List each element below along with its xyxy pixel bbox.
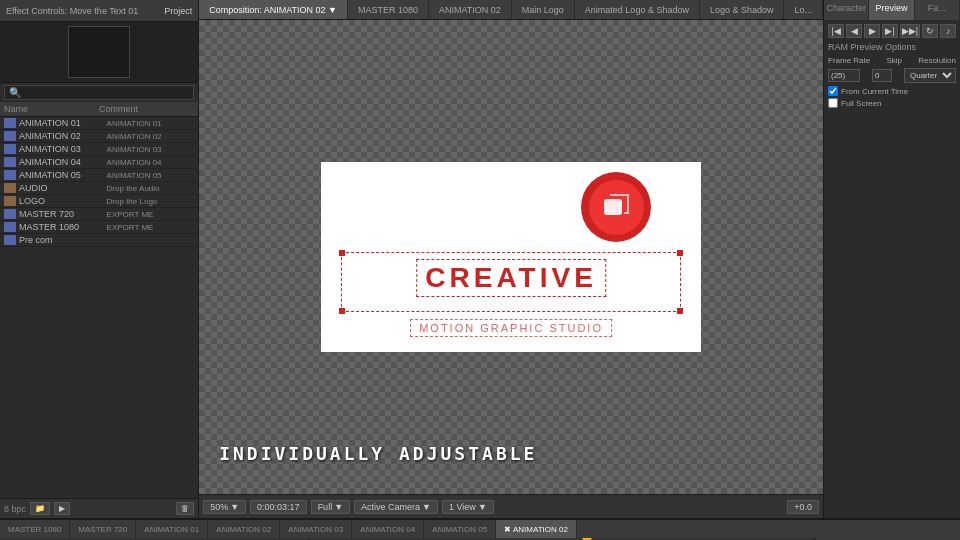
comp-icon <box>4 170 16 180</box>
from-current-time-option[interactable]: From Current Time <box>828 86 956 96</box>
new-comp-button[interactable]: ▶ <box>54 502 70 515</box>
tab-composition-animation02[interactable]: Composition: ANIMATION 02 ▼ <box>199 0 348 19</box>
comp-toolbar: 50% ▼ 0:00:03:17 Full ▼ Active Camera ▼ … <box>199 494 823 518</box>
left-panel: Effect Controls: Move the Text 01 Projec… <box>0 0 199 518</box>
camera-control[interactable]: Active Camera ▼ <box>354 500 438 514</box>
tab-character[interactable]: Character <box>824 0 869 20</box>
timeline-tabs: MASTER 1080 MASTER 720 ANIMATION 01 ANIM… <box>0 520 960 538</box>
from-current-label: From Current Time <box>841 87 908 96</box>
tl-tab-animation03[interactable]: ANIMATION 03 <box>280 520 352 538</box>
skip-input[interactable] <box>872 69 892 82</box>
list-item[interactable]: Pre com <box>0 234 198 247</box>
comp-icon <box>4 118 16 128</box>
loop-button[interactable]: ↻ <box>922 24 938 38</box>
list-item[interactable]: LOGO Drop the Logo <box>0 195 198 208</box>
playback-controls: |◀ ◀ ▶ ▶| ▶▶| ↻ ♪ <box>828 24 956 38</box>
tl-tab-master1080[interactable]: MASTER 1080 <box>0 520 70 538</box>
creative-text-element: CREATIVE <box>416 259 606 297</box>
resolution-select[interactable]: Quarter Half Full Third <box>904 68 956 83</box>
zoom-dropdown-icon: ▼ <box>230 502 239 512</box>
view-value: 1 View <box>449 502 476 512</box>
project-label: Project <box>164 6 192 16</box>
quality-control[interactable]: Full ▼ <box>311 500 350 514</box>
effect-controls-label: Effect Controls: Move the Text 01 <box>6 6 138 16</box>
ram-preview-panel: |◀ ◀ ▶ ▶| ▶▶| ↻ ♪ RAM Preview Options Fr… <box>824 20 960 112</box>
comp-icon <box>4 131 16 141</box>
comp-timecode: 0:00:03:17 <box>257 502 300 512</box>
list-item[interactable]: ANIMATION 02 ANIMATION 02 <box>0 130 198 143</box>
step-forward-button[interactable]: ▶| <box>882 24 898 38</box>
svg-rect-0 <box>604 199 622 215</box>
tl-tab-animation02-active[interactable]: ✖ ANIMATION 02 <box>496 520 577 538</box>
snap-button[interactable]: +0.0 <box>787 500 819 514</box>
list-item[interactable]: MASTER 1080 EXPORT ME <box>0 221 198 234</box>
folder-icon <box>4 196 16 206</box>
tl-tab-master720[interactable]: MASTER 720 <box>70 520 136 538</box>
project-footer: 8 bpc 📁 ▶ 🗑 <box>0 498 198 518</box>
zoom-control[interactable]: 50% ▼ <box>203 500 246 514</box>
timecode-display: 0:00:03:17 <box>250 500 307 514</box>
col-name-label: Name <box>4 104 99 114</box>
full-screen-checkbox[interactable] <box>828 98 838 108</box>
full-screen-label: Full Screen <box>841 99 881 108</box>
list-item[interactable]: ANIMATION 03 ANIMATION 03 <box>0 143 198 156</box>
comp-tab-bar: Composition: ANIMATION 02 ▼ MASTER 1080 … <box>199 0 823 20</box>
camera-value: Active Camera <box>361 502 420 512</box>
overlay-text: INDIVIDUALLY ADJUSTABLE <box>219 443 537 464</box>
tab-animation02-2[interactable]: ANIMATION 02 <box>429 0 512 19</box>
play-button[interactable]: ▶ <box>864 24 880 38</box>
go-to-end-button[interactable]: ▶▶| <box>900 24 920 38</box>
from-current-checkbox[interactable] <box>828 86 838 96</box>
bit-depth-label: 8 bpc <box>4 504 26 514</box>
skip-label: Skip <box>886 56 902 65</box>
delete-button[interactable]: 🗑 <box>176 502 194 515</box>
right-panel: Character Preview Fa... |◀ ◀ ▶ ▶| ▶▶| ↻ … <box>823 0 960 518</box>
center-panel: Composition: ANIMATION 02 ▼ MASTER 1080 … <box>199 0 823 518</box>
timeline-area: MASTER 1080 MASTER 720 ANIMATION 01 ANIM… <box>0 518 960 540</box>
project-list: ANIMATION 01 ANIMATION 01 ANIMATION 02 A… <box>0 117 198 498</box>
quality-value: Full <box>318 502 333 512</box>
project-search-bar[interactable]: 🔍 <box>4 85 194 100</box>
logo-shape-icon <box>602 193 630 221</box>
tl-tab-animation02[interactable]: ANIMATION 02 <box>208 520 280 538</box>
preview-thumb <box>68 26 130 78</box>
list-item[interactable]: ANIMATION 01 ANIMATION 01 <box>0 117 198 130</box>
tab-animated-logo[interactable]: Animated Logo & Shadow <box>575 0 700 19</box>
handle-bottom-left <box>339 308 345 314</box>
search-input[interactable] <box>24 88 189 98</box>
list-item[interactable]: ANIMATION 04 ANIMATION 04 <box>0 156 198 169</box>
comp-icon <box>4 235 16 245</box>
frame-rate-label: Frame Rate <box>828 56 870 65</box>
tab-fa[interactable]: Fa... <box>915 0 960 20</box>
step-back-button[interactable]: ◀ <box>846 24 862 38</box>
tab-logo-shadow[interactable]: Logo & Shadow <box>700 0 785 19</box>
logo-circle <box>581 172 651 242</box>
project-list-header: Name Comment <box>0 102 198 117</box>
go-to-start-button[interactable]: |◀ <box>828 24 844 38</box>
comp-icon <box>4 209 16 219</box>
tab-master1080[interactable]: MASTER 1080 <box>348 0 429 19</box>
tab-lo[interactable]: Lo... <box>784 0 823 19</box>
comp-icon <box>4 157 16 167</box>
new-folder-button[interactable]: 📁 <box>30 502 50 515</box>
full-screen-option[interactable]: Full Screen <box>828 98 956 108</box>
folder-icon <box>4 183 16 193</box>
list-item[interactable]: ANIMATION 05 ANIMATION 05 <box>0 169 198 182</box>
audio-button[interactable]: ♪ <box>940 24 956 38</box>
handle-bottom-right <box>677 308 683 314</box>
tab-preview[interactable]: Preview <box>869 0 914 20</box>
search-icon: 🔍 <box>9 87 21 98</box>
tl-tab-animation04[interactable]: ANIMATION 04 <box>352 520 424 538</box>
list-item[interactable]: AUDIO Drop the Audio <box>0 182 198 195</box>
view-layout-control[interactable]: 1 View ▼ <box>442 500 494 514</box>
list-item[interactable]: MASTER 720 EXPORT ME <box>0 208 198 221</box>
frame-rate-input[interactable] <box>828 69 860 82</box>
frame-rate-inputs: Quarter Half Full Third <box>828 68 956 83</box>
logo-inner <box>589 180 644 235</box>
col-comment-label: Comment <box>99 104 194 114</box>
tl-tab-animation05[interactable]: ANIMATION 05 <box>424 520 496 538</box>
tl-tab-animation01[interactable]: ANIMATION 01 <box>136 520 208 538</box>
tab-main-logo[interactable]: Main Logo <box>512 0 575 19</box>
comp-icon <box>4 222 16 232</box>
effect-controls-header: Effect Controls: Move the Text 01 Projec… <box>0 0 198 22</box>
